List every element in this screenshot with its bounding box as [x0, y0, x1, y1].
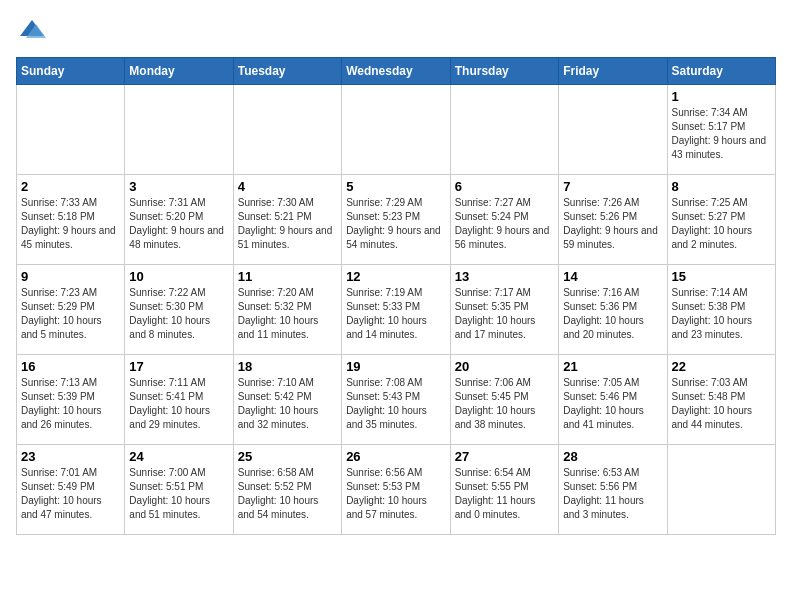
day-info: Sunrise: 7:26 AM Sunset: 5:26 PM Dayligh… — [563, 196, 662, 252]
day-number: 1 — [672, 89, 772, 104]
calendar-cell: 24Sunrise: 7:00 AM Sunset: 5:51 PM Dayli… — [125, 445, 233, 535]
day-info: Sunrise: 7:08 AM Sunset: 5:43 PM Dayligh… — [346, 376, 446, 432]
day-number: 17 — [129, 359, 228, 374]
day-info: Sunrise: 7:00 AM Sunset: 5:51 PM Dayligh… — [129, 466, 228, 522]
day-number: 8 — [672, 179, 772, 194]
calendar-cell: 19Sunrise: 7:08 AM Sunset: 5:43 PM Dayli… — [342, 355, 451, 445]
day-number: 13 — [455, 269, 554, 284]
day-info: Sunrise: 7:19 AM Sunset: 5:33 PM Dayligh… — [346, 286, 446, 342]
day-number: 12 — [346, 269, 446, 284]
day-info: Sunrise: 7:13 AM Sunset: 5:39 PM Dayligh… — [21, 376, 120, 432]
calendar-cell: 22Sunrise: 7:03 AM Sunset: 5:48 PM Dayli… — [667, 355, 776, 445]
calendar-week-3: 9Sunrise: 7:23 AM Sunset: 5:29 PM Daylig… — [17, 265, 776, 355]
calendar-cell: 12Sunrise: 7:19 AM Sunset: 5:33 PM Dayli… — [342, 265, 451, 355]
day-info: Sunrise: 7:05 AM Sunset: 5:46 PM Dayligh… — [563, 376, 662, 432]
calendar-cell — [233, 85, 341, 175]
column-header-wednesday: Wednesday — [342, 58, 451, 85]
column-header-sunday: Sunday — [17, 58, 125, 85]
day-info: Sunrise: 7:30 AM Sunset: 5:21 PM Dayligh… — [238, 196, 337, 252]
calendar-cell: 3Sunrise: 7:31 AM Sunset: 5:20 PM Daylig… — [125, 175, 233, 265]
day-number: 26 — [346, 449, 446, 464]
day-info: Sunrise: 7:14 AM Sunset: 5:38 PM Dayligh… — [672, 286, 772, 342]
day-info: Sunrise: 7:23 AM Sunset: 5:29 PM Dayligh… — [21, 286, 120, 342]
day-number: 9 — [21, 269, 120, 284]
column-header-thursday: Thursday — [450, 58, 558, 85]
day-number: 23 — [21, 449, 120, 464]
calendar-cell — [667, 445, 776, 535]
column-header-friday: Friday — [559, 58, 667, 85]
day-number: 7 — [563, 179, 662, 194]
calendar-cell: 7Sunrise: 7:26 AM Sunset: 5:26 PM Daylig… — [559, 175, 667, 265]
logo — [16, 16, 46, 49]
day-info: Sunrise: 7:06 AM Sunset: 5:45 PM Dayligh… — [455, 376, 554, 432]
day-number: 24 — [129, 449, 228, 464]
day-number: 27 — [455, 449, 554, 464]
day-info: Sunrise: 7:20 AM Sunset: 5:32 PM Dayligh… — [238, 286, 337, 342]
day-number: 2 — [21, 179, 120, 194]
day-info: Sunrise: 6:53 AM Sunset: 5:56 PM Dayligh… — [563, 466, 662, 522]
calendar-cell: 14Sunrise: 7:16 AM Sunset: 5:36 PM Dayli… — [559, 265, 667, 355]
day-number: 15 — [672, 269, 772, 284]
day-info: Sunrise: 7:25 AM Sunset: 5:27 PM Dayligh… — [672, 196, 772, 252]
day-info: Sunrise: 7:22 AM Sunset: 5:30 PM Dayligh… — [129, 286, 228, 342]
day-info: Sunrise: 7:01 AM Sunset: 5:49 PM Dayligh… — [21, 466, 120, 522]
day-number: 4 — [238, 179, 337, 194]
day-info: Sunrise: 6:58 AM Sunset: 5:52 PM Dayligh… — [238, 466, 337, 522]
calendar-week-1: 1Sunrise: 7:34 AM Sunset: 5:17 PM Daylig… — [17, 85, 776, 175]
calendar-cell: 6Sunrise: 7:27 AM Sunset: 5:24 PM Daylig… — [450, 175, 558, 265]
calendar-cell: 20Sunrise: 7:06 AM Sunset: 5:45 PM Dayli… — [450, 355, 558, 445]
day-info: Sunrise: 6:56 AM Sunset: 5:53 PM Dayligh… — [346, 466, 446, 522]
calendar-cell — [559, 85, 667, 175]
day-info: Sunrise: 6:54 AM Sunset: 5:55 PM Dayligh… — [455, 466, 554, 522]
column-header-tuesday: Tuesday — [233, 58, 341, 85]
calendar-cell: 27Sunrise: 6:54 AM Sunset: 5:55 PM Dayli… — [450, 445, 558, 535]
day-info: Sunrise: 7:11 AM Sunset: 5:41 PM Dayligh… — [129, 376, 228, 432]
day-number: 10 — [129, 269, 228, 284]
calendar-cell: 2Sunrise: 7:33 AM Sunset: 5:18 PM Daylig… — [17, 175, 125, 265]
day-number: 11 — [238, 269, 337, 284]
calendar-week-4: 16Sunrise: 7:13 AM Sunset: 5:39 PM Dayli… — [17, 355, 776, 445]
calendar-week-5: 23Sunrise: 7:01 AM Sunset: 5:49 PM Dayli… — [17, 445, 776, 535]
day-number: 6 — [455, 179, 554, 194]
day-number: 3 — [129, 179, 228, 194]
calendar-cell: 5Sunrise: 7:29 AM Sunset: 5:23 PM Daylig… — [342, 175, 451, 265]
calendar-cell: 23Sunrise: 7:01 AM Sunset: 5:49 PM Dayli… — [17, 445, 125, 535]
calendar-cell — [342, 85, 451, 175]
day-info: Sunrise: 7:17 AM Sunset: 5:35 PM Dayligh… — [455, 286, 554, 342]
day-info: Sunrise: 7:10 AM Sunset: 5:42 PM Dayligh… — [238, 376, 337, 432]
calendar-cell: 17Sunrise: 7:11 AM Sunset: 5:41 PM Dayli… — [125, 355, 233, 445]
calendar-cell: 21Sunrise: 7:05 AM Sunset: 5:46 PM Dayli… — [559, 355, 667, 445]
calendar-cell: 4Sunrise: 7:30 AM Sunset: 5:21 PM Daylig… — [233, 175, 341, 265]
page-header — [16, 16, 776, 49]
day-info: Sunrise: 7:27 AM Sunset: 5:24 PM Dayligh… — [455, 196, 554, 252]
day-number: 18 — [238, 359, 337, 374]
calendar-cell: 9Sunrise: 7:23 AM Sunset: 5:29 PM Daylig… — [17, 265, 125, 355]
column-header-saturday: Saturday — [667, 58, 776, 85]
calendar-cell: 15Sunrise: 7:14 AM Sunset: 5:38 PM Dayli… — [667, 265, 776, 355]
day-number: 25 — [238, 449, 337, 464]
day-info: Sunrise: 7:16 AM Sunset: 5:36 PM Dayligh… — [563, 286, 662, 342]
day-number: 14 — [563, 269, 662, 284]
calendar-week-2: 2Sunrise: 7:33 AM Sunset: 5:18 PM Daylig… — [17, 175, 776, 265]
column-header-monday: Monday — [125, 58, 233, 85]
day-info: Sunrise: 7:33 AM Sunset: 5:18 PM Dayligh… — [21, 196, 120, 252]
calendar-cell: 8Sunrise: 7:25 AM Sunset: 5:27 PM Daylig… — [667, 175, 776, 265]
calendar-cell: 26Sunrise: 6:56 AM Sunset: 5:53 PM Dayli… — [342, 445, 451, 535]
calendar-cell: 10Sunrise: 7:22 AM Sunset: 5:30 PM Dayli… — [125, 265, 233, 355]
calendar-table: SundayMondayTuesdayWednesdayThursdayFrid… — [16, 57, 776, 535]
calendar-cell: 28Sunrise: 6:53 AM Sunset: 5:56 PM Dayli… — [559, 445, 667, 535]
day-number: 16 — [21, 359, 120, 374]
day-info: Sunrise: 7:03 AM Sunset: 5:48 PM Dayligh… — [672, 376, 772, 432]
day-number: 28 — [563, 449, 662, 464]
calendar-cell: 1Sunrise: 7:34 AM Sunset: 5:17 PM Daylig… — [667, 85, 776, 175]
calendar-cell — [17, 85, 125, 175]
logo-icon — [18, 16, 46, 44]
day-number: 5 — [346, 179, 446, 194]
calendar-cell: 25Sunrise: 6:58 AM Sunset: 5:52 PM Dayli… — [233, 445, 341, 535]
calendar-cell: 13Sunrise: 7:17 AM Sunset: 5:35 PM Dayli… — [450, 265, 558, 355]
day-number: 20 — [455, 359, 554, 374]
calendar-cell — [125, 85, 233, 175]
calendar-header-row: SundayMondayTuesdayWednesdayThursdayFrid… — [17, 58, 776, 85]
day-number: 21 — [563, 359, 662, 374]
calendar-cell: 11Sunrise: 7:20 AM Sunset: 5:32 PM Dayli… — [233, 265, 341, 355]
